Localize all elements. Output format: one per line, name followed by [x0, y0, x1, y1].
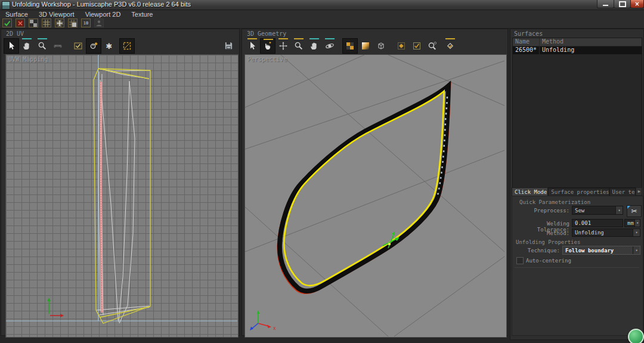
uv-panel: 2D UV ✱	[1, 29, 240, 336]
perspective-grid	[245, 55, 504, 336]
validate-icon[interactable]	[2, 18, 12, 27]
axis-gizmo: x	[250, 310, 276, 331]
axis-x-label: x	[273, 326, 276, 331]
welding-unit-dropdown[interactable]: mm ▾	[624, 219, 640, 227]
method-value: Unfolding	[572, 230, 633, 236]
geometry-toolbar	[244, 38, 458, 54]
welding-tolerance-input[interactable]: 0.001	[572, 219, 623, 227]
maximize-icon	[619, 1, 626, 7]
click-mode-pane: Quick Parameterization Preprocess: Sew ▾…	[512, 196, 643, 336]
magic-tool-icon[interactable]: ✱	[101, 38, 117, 54]
uv-viewport[interactable]: UVW Mapping	[5, 54, 239, 338]
select-arrow-icon[interactable]	[4, 38, 19, 54]
menu-surface[interactable]: Surface	[0, 11, 33, 18]
unfolding-properties-title: Unfolding Properties	[516, 239, 580, 245]
minimize-icon	[603, 5, 608, 6]
surfaces-table-header: Name Method	[513, 38, 642, 47]
geometry-check-icon[interactable]	[442, 38, 458, 54]
texel-check-icon[interactable]	[70, 38, 86, 54]
tab-scroll-right-icon[interactable]: ▶	[636, 187, 642, 196]
close-icon: ×	[634, 1, 639, 7]
perspective-viewport[interactable]: Perspective	[244, 54, 507, 338]
grid-ten-icon[interactable]: 10	[81, 18, 91, 27]
tab-click-mode[interactable]: Click Mode	[512, 187, 548, 196]
zoom-extents-icon[interactable]	[425, 38, 440, 54]
perspective-canvas: x	[245, 55, 506, 337]
title-bar[interactable]: Unfolding Workshop - Lumiscaphe P3D v6.0…	[0, 0, 644, 10]
surface-name: 26500*	[513, 47, 539, 54]
technique-value: Follow boundary	[563, 248, 633, 254]
uv-wireframe	[96, 69, 150, 323]
tab-surface-properties[interactable]: Surface properties	[548, 188, 609, 196]
app-icon	[2, 1, 10, 10]
zoom-magnifier-icon[interactable]	[291, 38, 306, 54]
preprocess-value: Sew	[572, 208, 615, 214]
zoom-magnifier-icon[interactable]	[35, 38, 50, 54]
geometry-panel-title: 3D Geometry	[247, 30, 286, 37]
uv-panel-title: 2D UV	[6, 30, 24, 37]
chevron-down-icon: ▾	[615, 206, 623, 214]
uv-axis-gizmo	[47, 298, 64, 317]
chevron-down-icon: ▾	[633, 229, 640, 236]
surfaces-panel-title: Surfaces	[514, 30, 543, 37]
uv-viewport-label: UVW Mapping	[8, 56, 48, 63]
maximize-button[interactable]	[614, 0, 631, 8]
application-window: Unfolding Workshop - Lumiscaphe P3D v6.0…	[0, 0, 644, 343]
column-header-method[interactable]: Method	[539, 38, 642, 46]
preprocess-dropdown[interactable]: Sew ▾	[572, 206, 623, 215]
leaf-outline-yellow	[284, 91, 444, 286]
tab-user-text[interactable]: User text	[609, 188, 636, 196]
wireframe-cube-icon[interactable]	[373, 38, 389, 54]
uv-toolbar: ✱	[4, 38, 135, 54]
uv-wireframe-canvas	[6, 55, 238, 337]
selection-frame-icon[interactable]	[119, 38, 135, 54]
orbit-tool-icon[interactable]	[322, 38, 338, 54]
welding-unit-value: mm	[625, 220, 634, 226]
menu-bar: Surface 3D Viewport Viewport 2D Texture	[0, 10, 644, 18]
close-button[interactable]: ×	[630, 0, 644, 8]
touch-rotate-icon[interactable]	[260, 38, 275, 54]
technique-dropdown[interactable]: Follow boundary ▾	[562, 246, 640, 255]
chevron-down-icon: ▾	[633, 246, 640, 254]
method-dropdown[interactable]: Unfolding ▾	[572, 228, 640, 237]
save-disk-icon[interactable]	[221, 38, 236, 53]
menu-3d-viewport[interactable]: 3D Viewport	[33, 11, 80, 18]
menu-viewport-2d[interactable]: Viewport 2D	[80, 11, 126, 18]
column-header-name[interactable]: Name	[513, 38, 539, 46]
texture-checker-icon[interactable]	[342, 38, 358, 54]
texel-density-icon[interactable]	[86, 38, 101, 54]
user-icon[interactable]	[94, 18, 104, 27]
table-row[interactable]: 26500* Unfolding	[513, 47, 642, 54]
pan-hand-icon[interactable]	[306, 38, 322, 54]
grid-icon[interactable]	[42, 18, 51, 27]
divider	[515, 267, 639, 268]
move-tool-icon[interactable]	[275, 38, 291, 54]
gamepad-icon[interactable]	[50, 38, 66, 54]
leaf-surface	[278, 84, 450, 293]
delete-icon[interactable]	[16, 18, 25, 27]
minimize-button[interactable]	[597, 0, 614, 8]
properties-tabs: Click Mode Surface properties User text …	[512, 187, 642, 196]
grid-image-icon[interactable]	[68, 18, 78, 27]
checker-icon[interactable]	[29, 18, 38, 27]
menu-texture[interactable]: Texture	[126, 11, 158, 18]
notification-badge[interactable]	[628, 329, 644, 343]
geometry-panel: 3D Geometry	[242, 29, 508, 336]
auto-centering-label: Auto-centering	[526, 258, 597, 264]
main-toolbar: 10	[0, 18, 644, 29]
surface-method: Unfolding	[539, 47, 642, 54]
grid-ten-label: 10	[83, 21, 88, 26]
select-arrow-icon[interactable]	[244, 38, 260, 54]
cut-seam-button[interactable]: ✂	[627, 205, 642, 217]
quick-parameterization-title: Quick Parameterization	[519, 199, 590, 205]
snap-diamond-icon[interactable]	[394, 38, 409, 54]
scissors-icon: ✂	[631, 207, 637, 215]
grid-cross-icon[interactable]	[55, 18, 64, 27]
chevron-down-icon: ▾	[634, 220, 640, 227]
window-title: Unfolding Workshop - Lumiscaphe P3D v6.0…	[12, 1, 191, 8]
auto-centering-checkbox[interactable]	[516, 257, 524, 264]
gradient-shading-icon[interactable]	[358, 38, 373, 54]
pan-hand-icon[interactable]	[19, 38, 35, 54]
validate-box-icon[interactable]	[409, 38, 425, 54]
perspective-viewport-label: Perspective	[247, 56, 287, 63]
